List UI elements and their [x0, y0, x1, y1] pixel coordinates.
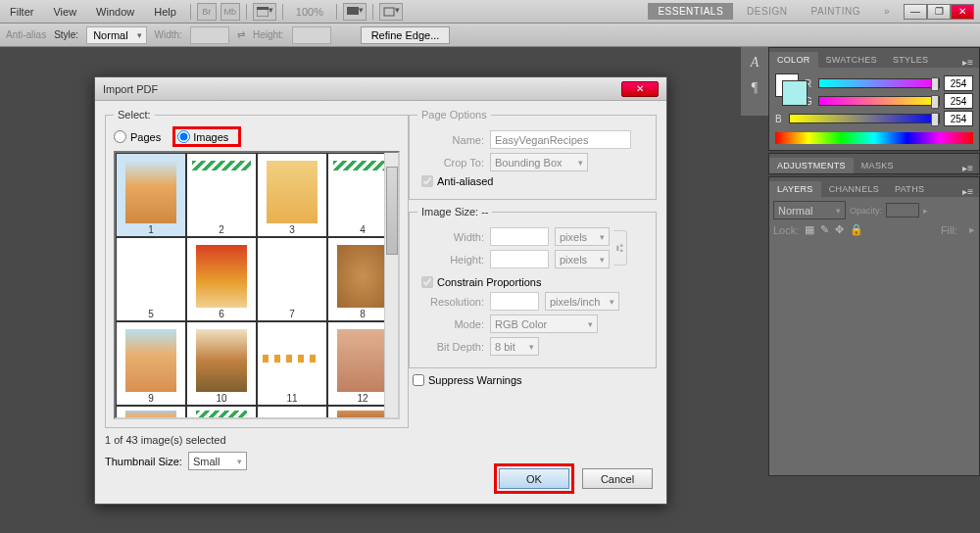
- dialog-titlebar[interactable]: Import PDF ✕: [95, 77, 666, 101]
- name-input: EasyVeganRecipes: [490, 130, 631, 149]
- paragraph-tool-icon[interactable]: ¶: [752, 80, 758, 96]
- slider-b-label: B: [775, 114, 785, 124]
- menu-help[interactable]: Help: [144, 6, 186, 18]
- thumbs-scrollbar[interactable]: [384, 153, 398, 417]
- svg-rect-3: [384, 8, 394, 16]
- thumbnail-11[interactable]: 11: [257, 321, 327, 406]
- menu-filter[interactable]: Filter: [0, 6, 43, 18]
- panel-menu-icon[interactable]: ▸≡: [956, 163, 979, 173]
- crop-select: Bounding Box: [490, 153, 588, 171]
- lock-move-icon[interactable]: ✥: [835, 223, 844, 236]
- workspace-design[interactable]: DESIGN: [737, 3, 797, 20]
- tab-masks[interactable]: MASKS: [854, 158, 902, 173]
- thumbnail-2[interactable]: 2: [186, 153, 257, 237]
- thumbnail-partial[interactable]: [186, 406, 257, 419]
- type-tool-a-icon[interactable]: A: [751, 55, 760, 71]
- tab-styles[interactable]: STYLES: [885, 52, 936, 68]
- opt-height-label: Height:: [253, 29, 284, 40]
- blend-mode-select[interactable]: Normal: [773, 201, 846, 219]
- svg-rect-1: [257, 7, 269, 10]
- window-close-icon[interactable]: ✕: [951, 4, 974, 20]
- radio-images[interactable]: [177, 130, 190, 143]
- workspace-more[interactable]: »: [874, 3, 900, 20]
- opt-style-select[interactable]: Normal: [86, 26, 146, 44]
- thumbnail-partial[interactable]: [257, 406, 327, 419]
- select-legend: Select:: [114, 109, 155, 121]
- window-minimize-icon[interactable]: —: [904, 4, 927, 20]
- lock-all-icon[interactable]: 🔒: [850, 223, 863, 236]
- type-tool-strip: A ¶: [741, 47, 768, 116]
- suppress-check[interactable]: [413, 374, 424, 386]
- panels-dock: COLOR SWATCHES STYLES ▸≡ R254 G254 B254 …: [768, 47, 980, 478]
- panel-menu-icon[interactable]: ▸≡: [956, 186, 979, 197]
- bitdepth-label: Bit Depth:: [417, 341, 484, 353]
- adjustments-panel: ADJUSTMENTS MASKS ▸≡: [768, 153, 980, 174]
- thumbnail-1[interactable]: 1: [116, 153, 186, 237]
- workspace-painting[interactable]: PAINTING: [801, 3, 869, 20]
- opacity-arrow-icon[interactable]: ▸: [923, 206, 928, 216]
- toolbar-arrange-dropdown[interactable]: [253, 3, 276, 21]
- toolbar-btn-mb[interactable]: Mb: [220, 3, 240, 21]
- thumb-size-select[interactable]: Small: [188, 452, 247, 470]
- layers-list: [769, 240, 979, 475]
- color-swatch[interactable]: [775, 73, 799, 97]
- highlight-images-radio: Images: [172, 126, 241, 147]
- opt-antialias: Anti-alias: [6, 29, 46, 40]
- name-label: Name:: [417, 134, 484, 146]
- tab-color[interactable]: COLOR: [769, 52, 818, 68]
- toolbar-screen-dropdown[interactable]: [343, 3, 367, 21]
- swap-icon: ⇄: [237, 29, 245, 40]
- thumbnail-partial[interactable]: [116, 406, 186, 419]
- import-pdf-dialog: Import PDF ✕ Select: Pages Images 123456…: [94, 76, 667, 505]
- thumbnail-5[interactable]: 5: [116, 237, 186, 321]
- resolution-label: Resolution:: [417, 296, 484, 308]
- tab-paths[interactable]: PATHS: [887, 181, 932, 197]
- radio-pages[interactable]: [114, 130, 126, 143]
- resolution-unit: pixels/inch: [545, 292, 619, 311]
- antialiased-label: Anti-aliased: [437, 175, 493, 187]
- lock-paint-icon[interactable]: ✎: [820, 223, 829, 236]
- tab-swatches[interactable]: SWATCHES: [818, 52, 885, 68]
- thumbnail-9[interactable]: 9: [116, 321, 186, 406]
- slider-b[interactable]: [789, 114, 940, 123]
- menu-view[interactable]: View: [43, 6, 86, 18]
- mode-select: RGB Color: [490, 315, 598, 333]
- width-input: [490, 227, 549, 246]
- val-b[interactable]: 254: [944, 111, 973, 126]
- refine-edge-button[interactable]: Refine Edge...: [361, 26, 451, 44]
- zoom-level[interactable]: 100%: [287, 3, 332, 21]
- slider-r[interactable]: [818, 78, 940, 88]
- val-g[interactable]: 254: [944, 93, 973, 109]
- opt-height-input: [292, 26, 331, 44]
- fill-arrow-icon[interactable]: ▸: [969, 223, 975, 236]
- panel-menu-icon[interactable]: ▸≡: [956, 57, 979, 68]
- val-r[interactable]: 254: [944, 75, 973, 91]
- menu-window[interactable]: Window: [86, 6, 144, 18]
- opacity-input[interactable]: [886, 203, 919, 218]
- dialog-close-button[interactable]: ✕: [621, 81, 659, 97]
- window-maximize-icon[interactable]: ❐: [927, 4, 951, 20]
- height-input: [490, 250, 549, 268]
- tab-adjustments[interactable]: ADJUSTMENTS: [769, 158, 854, 173]
- opt-width-label: Width:: [155, 29, 182, 40]
- tab-layers[interactable]: LAYERS: [769, 181, 821, 197]
- select-fieldset: Select: Pages Images 123456789101112: [105, 109, 409, 428]
- crop-label: Crop To:: [417, 157, 484, 169]
- thumbnail-10[interactable]: 10: [186, 321, 257, 406]
- hue-ramp[interactable]: [775, 132, 973, 144]
- radio-pages-label[interactable]: Pages: [130, 131, 161, 143]
- toolbar-btn-br[interactable]: Br: [197, 3, 217, 21]
- thumbnail-3[interactable]: 3: [257, 153, 327, 237]
- tab-channels[interactable]: CHANNELS: [821, 181, 887, 197]
- radio-images-label[interactable]: Images: [193, 131, 228, 143]
- ok-button[interactable]: OK: [499, 468, 569, 489]
- lock-label: Lock:: [773, 224, 799, 236]
- thumbnail-7[interactable]: 7: [257, 237, 327, 321]
- lock-transparent-icon[interactable]: ▦: [805, 223, 814, 236]
- slider-g[interactable]: [818, 96, 940, 106]
- workspace-essentials[interactable]: ESSENTIALS: [648, 3, 733, 20]
- thumbnail-6[interactable]: 6: [186, 237, 257, 321]
- layers-panel: LAYERS CHANNELS PATHS ▸≡ Normal Opacity:…: [768, 176, 980, 476]
- cancel-button[interactable]: Cancel: [582, 468, 653, 489]
- toolbar-view-dropdown[interactable]: [379, 3, 403, 21]
